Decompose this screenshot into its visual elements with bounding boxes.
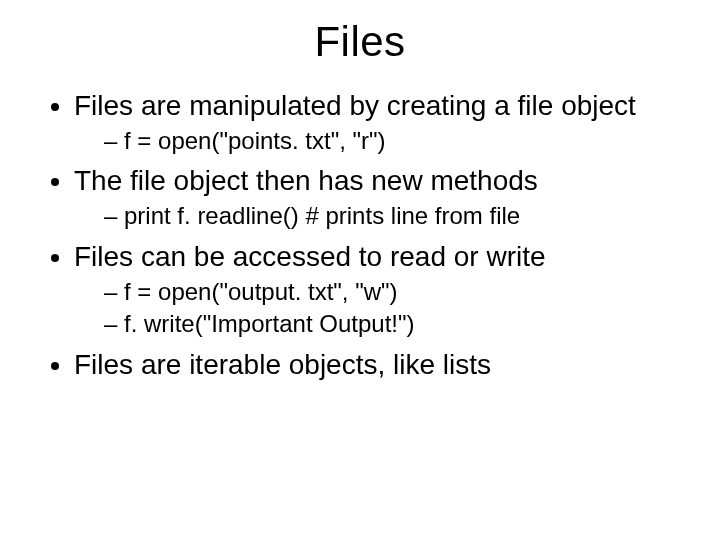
bullet-text: The file object then has new methods — [74, 165, 538, 196]
bullet-item: The file object then has new methods pri… — [74, 163, 680, 232]
bullet-text: Files are iterable objects, like lists — [74, 349, 491, 380]
bullet-item: Files are manipulated by creating a file… — [74, 88, 680, 157]
bullet-text: Files can be accessed to read or write — [74, 241, 546, 272]
sub-item: f = open("points. txt", "r") — [104, 125, 680, 157]
sub-item: f = open("output. txt", "w") — [104, 276, 680, 308]
bullet-item: Files can be accessed to read or write f… — [74, 239, 680, 341]
bullet-item: Files are iterable objects, like lists — [74, 347, 680, 382]
sub-list: print f. readline() # prints line from f… — [74, 200, 680, 232]
slide: Files Files are manipulated by creating … — [0, 0, 720, 540]
sub-list: f = open("points. txt", "r") — [74, 125, 680, 157]
sub-item: f. write("Important Output!") — [104, 308, 680, 340]
sub-list: f = open("output. txt", "w") f. write("I… — [74, 276, 680, 341]
bullet-list: Files are manipulated by creating a file… — [40, 88, 680, 382]
sub-item: print f. readline() # prints line from f… — [104, 200, 680, 232]
slide-title: Files — [40, 18, 680, 66]
bullet-text: Files are manipulated by creating a file… — [74, 90, 636, 121]
